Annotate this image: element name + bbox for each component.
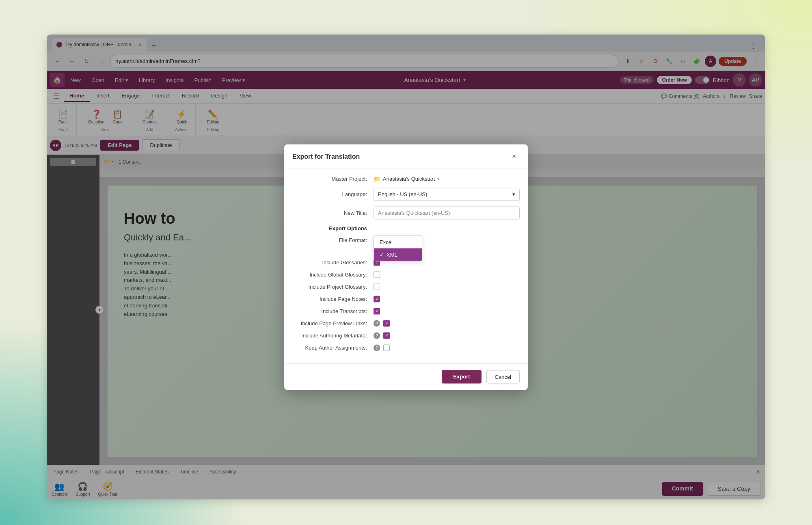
format-option-excel[interactable]: Excel — [374, 235, 422, 248]
include-project-glossary-label: Include Project Glossary: — [292, 284, 374, 290]
file-format-dropdown: Excel ✓ XML — [374, 235, 422, 261]
include-page-notes-label: Include Page Notes: — [292, 296, 374, 302]
language-chevron-icon: ▾ — [512, 191, 515, 197]
include-project-glossary-row: Include Project Glossary: — [292, 283, 520, 290]
master-project-text: Anastasia's Quickstart — [383, 176, 435, 182]
dialog-close-btn[interactable]: × — [508, 151, 520, 162]
new-title-input[interactable]: Anastasia's Quickstart (en-US) — [374, 206, 520, 219]
language-label: Language: — [292, 191, 374, 197]
export-options-label: Export Options — [292, 225, 374, 231]
author-assignments-help-icon[interactable]: ? — [374, 344, 380, 351]
browser-window: Try dominKnow | ONE - domin... × + ⋮ ← →… — [47, 35, 765, 499]
include-global-glossary-row: Include Global Glossary: — [292, 271, 520, 278]
author-assignments-controls: ? — [374, 344, 390, 351]
include-page-notes-row: Include Page Notes: ✓ — [292, 296, 520, 302]
include-page-notes-checkbox[interactable]: ✓ — [374, 296, 380, 302]
master-project-label: Master Project: — [292, 176, 374, 182]
preview-links-help-icon[interactable]: ? — [374, 320, 380, 326]
include-authoring-metadata-row: Include Authoring Metadata: ? ✓ — [292, 332, 520, 339]
export-dialog: Export for Translation × Master Project:… — [284, 144, 528, 390]
file-format-row: File Format: Excel ✓ XML — [292, 237, 520, 243]
new-title-label: New Title: — [292, 210, 374, 216]
keep-author-assignments-checkbox[interactable] — [383, 344, 390, 351]
project-icon: 📁 — [374, 175, 380, 182]
dialog-footer: Export Cancel — [284, 363, 528, 390]
new-title-row: New Title: Anastasia's Quickstart (en-US… — [292, 206, 520, 219]
preview-links-controls: ? ✓ — [374, 320, 390, 326]
export-options-row: Export Options — [292, 225, 520, 231]
dialog-title: Export for Translation — [292, 153, 360, 160]
authoring-metadata-help-icon[interactable]: ? — [374, 332, 380, 339]
language-row: Language: English - US (en-US) ▾ — [292, 188, 520, 201]
include-preview-links-row: Include Page Preview Links: ? ✓ — [292, 320, 520, 326]
keep-author-assignments-row: Keep Author Assignments: ? — [292, 344, 520, 351]
dialog-header: Export for Translation × — [284, 144, 528, 169]
include-transcripts-checkbox[interactable]: ✓ — [374, 308, 380, 314]
master-project-value: 📁 Anastasia's Quickstart ▾ — [374, 175, 520, 182]
include-transcripts-row: Include Transcripts: ✓ — [292, 308, 520, 314]
file-format-label: File Format: — [292, 237, 374, 243]
project-arrow: ▾ — [437, 176, 440, 181]
language-select[interactable]: English - US (en-US) ▾ — [374, 188, 520, 201]
include-global-glossary-checkbox[interactable] — [374, 271, 380, 278]
include-global-glossary-label: Include Global Glossary: — [292, 272, 374, 278]
format-xml-label: XML — [387, 251, 397, 257]
format-option-xml[interactable]: ✓ XML — [374, 248, 422, 261]
include-authoring-metadata-checkbox[interactable]: ✓ — [383, 332, 390, 339]
export-btn[interactable]: Export — [442, 370, 481, 383]
include-preview-links-checkbox[interactable]: ✓ — [383, 320, 390, 326]
include-preview-links-label: Include Page Preview Links: — [292, 320, 374, 326]
checkmark-icon: ✓ — [380, 251, 384, 257]
include-glossaries-label: Include Glossaries: — [292, 259, 374, 266]
cancel-dialog-btn[interactable]: Cancel — [486, 370, 520, 383]
new-title-value: Anastasia's Quickstart (en-US) — [378, 210, 450, 216]
include-transcripts-label: Include Transcripts: — [292, 308, 374, 314]
master-project-row: Master Project: 📁 Anastasia's Quickstart… — [292, 175, 520, 182]
authoring-metadata-controls: ? ✓ — [374, 332, 390, 339]
include-project-glossary-checkbox[interactable] — [374, 283, 380, 290]
keep-author-assignments-label: Keep Author Assignments: — [292, 345, 374, 351]
dialog-body: Master Project: 📁 Anastasia's Quickstart… — [284, 169, 528, 363]
language-value: English - US (en-US) — [378, 191, 427, 197]
include-authoring-metadata-label: Include Authoring Metadata: — [292, 333, 374, 339]
